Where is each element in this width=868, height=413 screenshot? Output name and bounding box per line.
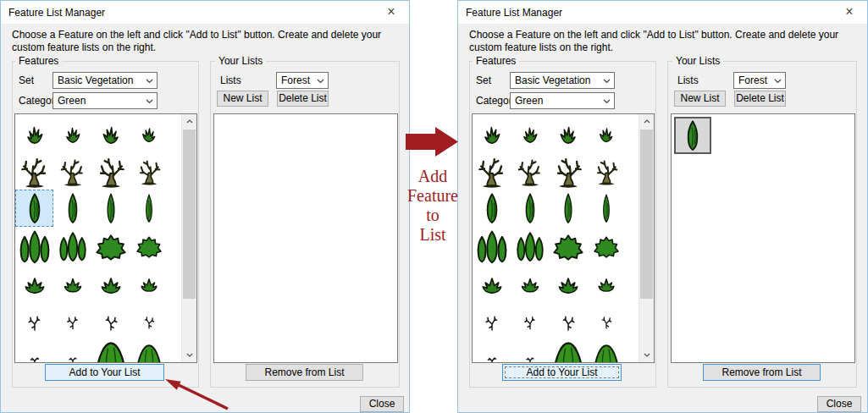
mound-icon (550, 339, 586, 363)
feature-cell-mound[interactable] (587, 339, 625, 363)
feature-cell-grass[interactable] (587, 115, 625, 152)
feature-cell-cypress[interactable] (473, 190, 511, 227)
feature-cell-twig[interactable] (53, 301, 91, 339)
feature-cell-twig-small[interactable] (53, 339, 91, 363)
feature-grid-scrollbar[interactable] (181, 114, 196, 362)
add-to-list-button[interactable]: Add to Your List (502, 364, 622, 381)
set-dropdown[interactable]: Basic Vegetation (510, 72, 615, 89)
delete-list-button[interactable]: Delete List (277, 91, 329, 107)
your-list-item-cypress[interactable] (674, 117, 711, 154)
scroll-up-icon[interactable] (639, 114, 654, 129)
new-list-button[interactable]: New List (217, 91, 268, 107)
category-dropdown[interactable]: Green (510, 92, 615, 109)
feature-cell-cypress[interactable] (587, 190, 625, 227)
add-feature-arrow-icon (406, 126, 459, 157)
set-label: Set (476, 74, 491, 86)
bush-icon (553, 268, 583, 297)
feature-cell-twig-small[interactable] (15, 339, 53, 363)
close-icon[interactable]: × (381, 3, 401, 20)
feature-cell-dead-tree[interactable] (53, 152, 91, 190)
feature-cell-mound[interactable] (549, 339, 587, 363)
feature-cell-twig[interactable] (15, 301, 53, 339)
feature-cell-cypress[interactable] (549, 190, 587, 227)
feature-cell-dead-tree[interactable] (473, 152, 511, 190)
feature-cell-grass[interactable] (549, 115, 587, 152)
feature-cell-bush[interactable] (91, 264, 130, 301)
feature-cell-twig-small[interactable] (511, 339, 549, 363)
feature-cell-bush[interactable] (511, 264, 549, 301)
feature-cell-cypress[interactable] (91, 190, 130, 227)
feature-grid-listbox[interactable] (14, 113, 197, 363)
feature-cell-cypress[interactable] (53, 190, 91, 227)
feature-cell-cypress[interactable] (15, 190, 53, 227)
feature-cell-bush-large[interactable] (587, 227, 625, 264)
feature-grid-scrollbar[interactable] (639, 114, 654, 362)
annotation-line: Add (396, 167, 469, 186)
bush-icon (593, 271, 618, 295)
feature-cell-dead-tree[interactable] (130, 152, 168, 190)
scroll-down-icon[interactable] (639, 348, 654, 362)
feature-cell-mound[interactable] (91, 339, 130, 363)
grass-icon (137, 123, 160, 146)
your-list-box[interactable] (671, 113, 855, 363)
feature-cell-bush-large[interactable] (549, 227, 587, 264)
feature-cell-dead-tree[interactable] (91, 152, 130, 190)
close-button[interactable]: Close (360, 396, 404, 412)
category-dropdown[interactable]: Green (53, 92, 158, 109)
feature-cell-grass[interactable] (53, 115, 91, 152)
lists-dropdown[interactable]: Forest (733, 72, 786, 89)
feature-cell-dead-tree[interactable] (15, 152, 53, 190)
feature-cell-grass[interactable] (130, 115, 168, 152)
feature-cell-twig[interactable] (587, 301, 625, 339)
feature-cell-tree-cluster[interactable] (511, 227, 549, 264)
feature-cell-twig[interactable] (91, 301, 130, 339)
dialog-before-state: Feature List Manager × Choose a Feature … (0, 0, 410, 413)
feature-grid-listbox[interactable] (472, 113, 655, 363)
feature-cell-dead-tree[interactable] (587, 152, 625, 190)
cypress-icon (99, 190, 122, 226)
feature-cell-twig[interactable] (130, 301, 168, 339)
remove-from-list-button[interactable]: Remove from List (703, 364, 821, 381)
feature-cell-bush[interactable] (53, 264, 91, 301)
scroll-down-icon[interactable] (182, 348, 196, 362)
feature-cell-twig[interactable] (511, 301, 549, 339)
feature-cell-dead-tree[interactable] (511, 152, 549, 190)
feature-cell-bush[interactable] (549, 264, 587, 301)
feature-cell-cypress[interactable] (511, 190, 549, 227)
feature-cell-grass[interactable] (15, 115, 53, 152)
scrollbar-thumb[interactable] (183, 129, 196, 299)
feature-cell-bush[interactable] (130, 264, 168, 301)
feature-cell-cypress[interactable] (130, 190, 168, 227)
feature-cell-bush-large[interactable] (91, 227, 130, 264)
feature-cell-twig[interactable] (549, 301, 587, 339)
feature-cell-bush[interactable] (15, 264, 53, 301)
feature-cell-bush[interactable] (473, 264, 511, 301)
close-button[interactable]: Close (817, 396, 861, 412)
feature-cell-dead-tree[interactable] (549, 152, 587, 190)
feature-cell-grass[interactable] (91, 115, 130, 152)
feature-cell-bush[interactable] (587, 264, 625, 301)
delete-list-button[interactable]: Delete List (734, 91, 786, 107)
feature-cell-twig-small[interactable] (473, 339, 511, 363)
set-dropdown[interactable]: Basic Vegetation (53, 72, 158, 89)
add-to-list-button[interactable]: Add to Your List (45, 364, 164, 381)
scrollbar-thumb[interactable] (640, 129, 653, 299)
feature-cell-grass[interactable] (473, 115, 511, 152)
feature-cell-twig[interactable] (473, 301, 511, 339)
your-list-box[interactable] (213, 113, 398, 363)
feature-cell-tree-cluster[interactable] (53, 227, 91, 264)
annotation-line: Feature (396, 186, 469, 206)
close-icon[interactable]: × (839, 3, 860, 20)
title-bar: Feature List Manager × (458, 1, 867, 24)
remove-from-list-button[interactable]: Remove from List (246, 364, 363, 381)
feature-cell-mound[interactable] (130, 339, 168, 363)
feature-cell-tree-cluster[interactable] (473, 227, 511, 264)
twig-icon (98, 307, 124, 333)
feature-cell-tree-cluster[interactable] (15, 227, 53, 264)
lists-dropdown[interactable]: Forest (276, 72, 329, 89)
feature-cell-grass[interactable] (511, 115, 549, 152)
scroll-up-icon[interactable] (182, 114, 196, 129)
set-label: Set (19, 74, 34, 86)
feature-cell-bush-large[interactable] (130, 227, 168, 264)
new-list-button[interactable]: New List (674, 91, 726, 107)
